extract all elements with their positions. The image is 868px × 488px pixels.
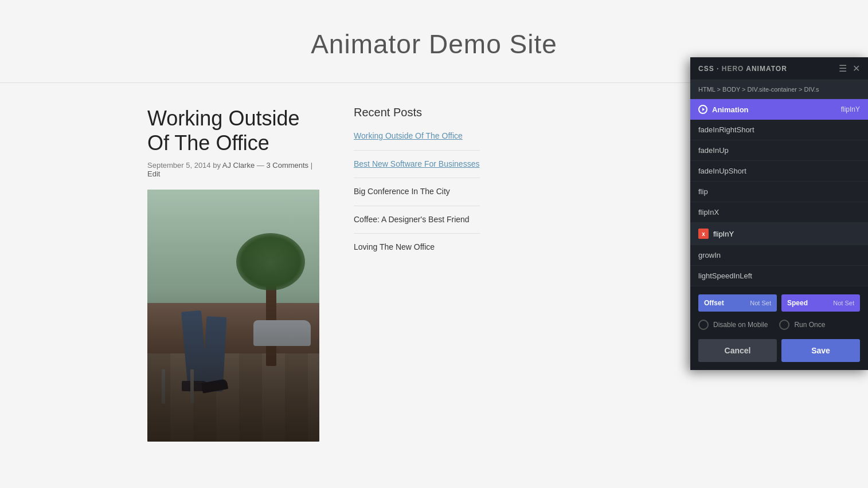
anim-item-label: fadeInUpShort	[698, 167, 746, 175]
recent-post-link-3[interactable]: Big Conference In The City	[354, 187, 450, 196]
animation-icon	[698, 105, 707, 114]
post-meta-sep: —	[257, 161, 267, 170]
anim-item-label: lightSpeedInLeft	[698, 271, 752, 280]
site-title: Animator Demo Site	[147, 29, 721, 60]
anim-item-fadeInRightShort[interactable]: fadeInRightShort	[690, 120, 868, 140]
list-item: Working Outside Of The Office	[354, 131, 480, 151]
post-title: Working Outside Of The Office	[147, 106, 319, 155]
leg-left	[181, 310, 208, 392]
list-item: Big Conference In The City	[354, 186, 480, 206]
shoe-right	[201, 379, 228, 394]
list-item: Best New Software For Businesses	[354, 159, 480, 179]
offset-speed-row: Offset Not Set Speed Not Set	[698, 294, 860, 312]
chair-leg1	[162, 369, 165, 404]
anim-item-label: flip	[698, 187, 708, 196]
panel-header-icons: ☰ ✕	[839, 63, 860, 74]
run-once-label: Run Once	[794, 321, 825, 329]
title-animator: ANIMATOR	[746, 65, 787, 73]
animation-label: Animation	[712, 105, 749, 114]
recent-posts-list: Working Outside Of The Office Best New S…	[354, 131, 480, 261]
ground-bg	[147, 303, 319, 442]
panel-title: CSS · HERO ANIMATOR	[698, 65, 787, 73]
edit-link[interactable]: Edit	[147, 170, 160, 178]
active-badge: x	[698, 229, 709, 239]
shoe-left	[182, 381, 208, 391]
recent-post-link-1[interactable]: Working Outside Of The Office	[354, 131, 463, 140]
anim-item-flipInY[interactable]: x flipInY	[690, 223, 868, 245]
animation-section-header: Animation flipInY	[690, 99, 868, 120]
anim-item-label: fadeInUp	[698, 146, 729, 155]
anim-item-label: growIn	[698, 251, 721, 259]
anim-item-fadeInUp[interactable]: fadeInUp	[690, 140, 868, 161]
post-meta: September 5, 2014 by AJ Clarke — 3 Comme…	[147, 161, 319, 178]
panel-bottom: Offset Not Set Speed Not Set Disable on …	[690, 286, 868, 370]
content-area: Working Outside Of The Office September …	[147, 106, 319, 442]
animation-current-value: flipInY	[841, 105, 860, 113]
title-dot: ·	[717, 65, 719, 73]
menu-icon[interactable]: ☰	[839, 63, 847, 74]
sidebar-title: Recent Posts	[354, 106, 480, 119]
animation-list: fadeInRightShort fadeInUp fadeInUpShort …	[690, 120, 868, 286]
run-once-toggle[interactable]: Run Once	[779, 320, 825, 330]
person-legs	[173, 288, 242, 391]
photo-overlay	[147, 190, 319, 442]
panel-header: CSS · HERO ANIMATOR ☰ ✕	[690, 57, 868, 80]
animator-panel: CSS · HERO ANIMATOR ☰ ✕ HTML > BODY > DI…	[690, 57, 868, 370]
author-link[interactable]: AJ Clarke	[222, 161, 255, 170]
speed-value: Not Set	[833, 300, 854, 306]
anim-item-label: flipInX	[698, 208, 719, 217]
svg-marker-0	[702, 108, 705, 111]
leg-right	[203, 317, 227, 392]
pavement	[147, 353, 319, 442]
list-item: Coffee: A Designer's Best Friend	[354, 214, 480, 234]
anim-item-label: flipInY	[713, 230, 734, 238]
toggle-row: Disable on Mobile Run Once	[698, 320, 860, 330]
sidebar: Recent Posts Working Outside Of The Offi…	[354, 106, 480, 442]
title-css: CSS	[698, 65, 714, 73]
offset-label: Offset	[704, 299, 724, 307]
recent-post-link-5[interactable]: Loving The New Office	[354, 242, 435, 251]
offset-value: Not Set	[750, 300, 771, 306]
list-item: Loving The New Office	[354, 242, 480, 261]
anim-item-fadeInUpShort[interactable]: fadeInUpShort	[690, 161, 868, 182]
disable-mobile-toggle[interactable]: Disable on Mobile	[698, 320, 768, 330]
recent-post-link-4[interactable]: Coffee: A Designer's Best Friend	[354, 215, 470, 224]
close-icon[interactable]: ✕	[853, 63, 860, 74]
anim-item-flipInX[interactable]: flipInX	[690, 202, 868, 223]
save-button[interactable]: Save	[781, 339, 860, 362]
disable-mobile-circle[interactable]	[698, 320, 709, 330]
chair	[156, 335, 202, 404]
anim-item-lightSpeedInLeft[interactable]: lightSpeedInLeft	[690, 266, 868, 286]
anim-item-flip[interactable]: flip	[690, 182, 868, 202]
anim-item-label: fadeInRightShort	[698, 125, 754, 134]
run-once-circle[interactable]	[779, 320, 789, 330]
post-meta-pipe: |	[311, 161, 312, 170]
car-shape	[253, 320, 311, 346]
speed-button[interactable]: Speed Not Set	[781, 294, 860, 312]
action-row: Cancel Save	[698, 339, 860, 362]
breadcrumb: HTML > BODY > DIV.site-container > DIV.s	[690, 80, 868, 99]
animation-header-left: Animation	[698, 105, 749, 114]
comments-link[interactable]: 3 Comments	[266, 161, 308, 170]
speed-label: Speed	[787, 299, 808, 307]
offset-button[interactable]: Offset Not Set	[698, 294, 777, 312]
post-image	[147, 190, 319, 442]
title-hero: HERO	[722, 65, 744, 73]
chair-leg2	[190, 369, 194, 404]
anim-item-growIn[interactable]: growIn	[690, 245, 868, 266]
post-meta-text: September 5, 2014 by	[147, 161, 222, 170]
recent-post-link-2[interactable]: Best New Software For Businesses	[354, 159, 479, 168]
disable-mobile-label: Disable on Mobile	[713, 321, 768, 329]
cancel-button[interactable]: Cancel	[698, 339, 777, 362]
